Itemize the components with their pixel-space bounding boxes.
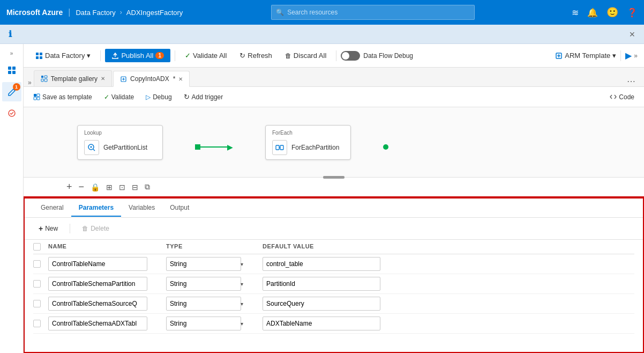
row1-checkbox[interactable]: [33, 260, 41, 268]
pipeline-canvas: Lookup GetPartitionList ▶ ForEach: [24, 107, 644, 353]
row4-type-select[interactable]: StringInt: [166, 317, 241, 330]
toolbar-sep2: [175, 50, 175, 61]
validate-check-icon: ✓: [104, 93, 109, 101]
canvas-toolbar: + − 🔒 ⊞ ⊡ ⊟ ⧉: [24, 177, 644, 197]
foreach-end-dot: [383, 144, 388, 150]
svg-rect-12: [41, 79, 43, 82]
lookup-header: Lookup: [84, 130, 156, 136]
tab-parameters[interactable]: Parameters: [71, 200, 121, 217]
row3-name-input[interactable]: [48, 297, 147, 311]
infobar-close[interactable]: ✕: [629, 30, 635, 39]
tab-general[interactable]: General: [33, 200, 71, 217]
topbar: Microsoft Azure | Data Factory › ADXInge…: [0, 0, 644, 25]
row4-default-input[interactable]: [263, 317, 380, 330]
sidebar-item-edit[interactable]: 1: [2, 82, 21, 101]
tab-copy-into-adx[interactable]: CopyIntoADX * ✕: [113, 71, 190, 87]
svg-rect-2: [8, 71, 11, 74]
add-trigger-icon: ↻: [184, 93, 190, 101]
publish-all-button[interactable]: Publish All 1: [105, 49, 170, 62]
sub-toolbar: Save as template ✓ Validate ▷ Debug ↻ Ad…: [24, 87, 644, 107]
factory-name-breadcrumb[interactable]: ADXIngestFactory: [126, 9, 183, 17]
arrow-head: ▶: [227, 143, 233, 151]
delete-parameter-button[interactable]: 🗑 Delete: [77, 223, 115, 234]
row2-checkbox[interactable]: [33, 280, 41, 288]
row2-name-input[interactable]: [48, 277, 147, 291]
row4-checkbox[interactable]: [33, 320, 41, 327]
new-parameter-button[interactable]: + New: [33, 222, 63, 235]
debug-label: Debug: [153, 93, 171, 101]
validate-icon: ✓: [185, 52, 191, 60]
toolbar-sep1: [100, 50, 101, 61]
row4-name-input[interactable]: [48, 317, 147, 330]
tab-template-gallery[interactable]: Template gallery ✕: [34, 70, 112, 86]
add-tool-icon[interactable]: +: [66, 181, 72, 193]
run-icon[interactable]: ▶: [625, 50, 632, 61]
refresh-button[interactable]: ↻ Refresh: [234, 49, 278, 62]
row2-default-input[interactable]: [263, 277, 380, 291]
arm-template-button[interactable]: ARM Template ▾: [555, 52, 616, 60]
tab-variables[interactable]: Variables: [121, 200, 162, 217]
delete-label: Delete: [91, 225, 109, 232]
foreach-node[interactable]: ForEach ForEachPartition: [265, 125, 351, 160]
sidebar-chevrons[interactable]: »: [8, 48, 16, 58]
row3-default-input[interactable]: [263, 297, 380, 311]
tab-output[interactable]: Output: [162, 200, 197, 217]
row2-type-select[interactable]: StringInt: [166, 277, 241, 291]
discard-all-button[interactable]: 🗑 Discard All: [280, 49, 332, 62]
topbar-sep1: |: [68, 8, 70, 17]
tab-modified: *: [173, 75, 176, 83]
save-as-template-button[interactable]: Save as template: [28, 91, 98, 103]
sidebar-item-monitor[interactable]: [2, 104, 21, 123]
publish-all-label: Publish All: [121, 52, 153, 60]
svg-rect-16: [37, 94, 40, 97]
remove-tool-icon[interactable]: −: [79, 181, 85, 193]
selection-tool-icon[interactable]: ⧉: [145, 182, 150, 192]
data-flow-debug-toggle[interactable]: Data Flow Debug: [341, 51, 413, 61]
select-all-checkbox[interactable]: [33, 243, 41, 251]
fit-width-icon[interactable]: ⊟: [132, 183, 138, 192]
tab-bar: » Template gallery ✕ CopyIntoADX * ✕ ⋯: [24, 68, 644, 87]
add-trigger-button[interactable]: ↻ Add trigger: [178, 91, 229, 103]
arm-template-label: ARM Template: [565, 52, 610, 60]
search-box[interactable]: 🔍 Search resources: [271, 5, 475, 20]
fit-icon[interactable]: ⊡: [119, 183, 125, 192]
svg-rect-17: [34, 97, 36, 100]
panel-resize-handle[interactable]: [323, 176, 345, 179]
row1-name-input[interactable]: [48, 257, 147, 271]
tab-template-gallery-label: Template gallery: [51, 75, 98, 83]
tab-template-gallery-close[interactable]: ✕: [101, 76, 105, 82]
code-button[interactable]: Code: [604, 91, 640, 103]
row1-default-input[interactable]: [263, 257, 380, 271]
lookup-node[interactable]: Lookup GetPartitionList: [77, 125, 163, 160]
svg-rect-0: [8, 67, 11, 70]
validate-button[interactable]: ✓ Validate: [99, 91, 139, 103]
data-factory-button[interactable]: Data Factory ▾: [30, 49, 96, 62]
sidebar-badge: 1: [13, 83, 20, 91]
svg-rect-20: [276, 145, 279, 150]
table-row: StringIntFloatBool ▾: [33, 254, 634, 274]
bell-icon[interactable]: 🔔: [587, 8, 598, 18]
help-icon[interactable]: ❓: [627, 8, 638, 18]
row3-type-select[interactable]: StringInt: [166, 297, 241, 311]
sidebar-item-home[interactable]: [2, 61, 21, 80]
params-table: NAME TYPE DEFAULT VALUE StringIntFloatBo…: [25, 240, 643, 334]
collapse-icon[interactable]: »: [634, 52, 638, 60]
params-toolbar: + New 🗑 Delete: [25, 218, 643, 240]
debug-icon: ▷: [146, 93, 151, 101]
wifi-icon[interactable]: ≋: [572, 8, 579, 18]
zoom-reset-icon[interactable]: ⊞: [106, 183, 113, 192]
lock-tool-icon[interactable]: 🔒: [91, 183, 100, 192]
save-as-template-label: Save as template: [42, 93, 92, 101]
row1-type-select[interactable]: StringIntFloatBool: [166, 257, 241, 271]
row3-checkbox[interactable]: [33, 300, 41, 307]
validate-all-button[interactable]: ✓ Validate All: [179, 49, 232, 62]
tab-nav-left[interactable]: »: [28, 79, 32, 86]
user-icon[interactable]: 🙂: [606, 6, 618, 18]
toggle-switch[interactable]: [341, 51, 360, 61]
data-factory-breadcrumb[interactable]: Data Factory: [76, 9, 115, 17]
params-header: NAME TYPE DEFAULT VALUE: [33, 240, 634, 254]
debug-button[interactable]: ▷ Debug: [140, 91, 177, 103]
tabs-more-button[interactable]: ⋯: [623, 76, 640, 86]
tab-copy-close[interactable]: ✕: [178, 76, 183, 82]
main-toolbar: Data Factory ▾ Publish All 1 ✓ Validate …: [24, 44, 644, 68]
